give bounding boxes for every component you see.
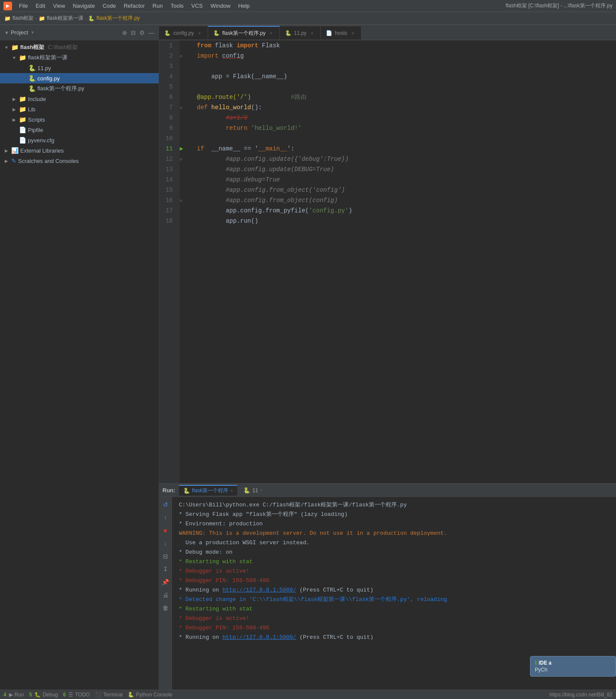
console-line-14: * Debugger PIN: 156-500-496 (179, 623, 609, 633)
settings-icon[interactable]: ⚙ (139, 29, 145, 36)
console-line-5: Use a production WSGI server instead. (179, 538, 609, 548)
run-tab-flask[interactable]: 🐍 flask第一个程序 × (179, 485, 238, 496)
tab-close-flask[interactable]: × (268, 31, 274, 36)
menu-tools[interactable]: Tools (167, 1, 187, 10)
menu-window[interactable]: Window (207, 1, 234, 10)
file-flaskpy: flask第一个程序.py (37, 85, 84, 92)
run-gutter-icon[interactable]: ▶ (180, 144, 183, 154)
ln-1: 1 (159, 40, 176, 51)
run-tab-11-icon: 🐍 (243, 487, 250, 494)
layout-button[interactable]: ⊟ (160, 551, 171, 561)
ln-6: 6 (159, 92, 176, 102)
main-layout: ▼ Project ▾ ⊕ ⊟ ⚙ — ▼ 📁 flash框架 C:\flash… (0, 25, 616, 690)
pin-button[interactable]: 📌 (160, 577, 171, 587)
stop-button[interactable]: ■ (160, 525, 171, 536)
terminal-label: Terminal (103, 692, 123, 698)
soft-wrap-button[interactable]: ↧ (160, 564, 171, 574)
terminal-status[interactable]: ⬛ Terminal (95, 692, 123, 698)
run-tab-bar: Run: 🐍 flask第一个程序 × 🐍 11 × (159, 484, 616, 497)
notification-popup[interactable]: ℹ IDE a PyCh (530, 656, 616, 677)
tree-folder-flask[interactable]: ▼ 📁 flask框架第一课 (0, 52, 159, 63)
folder-scripts: Scripts (28, 116, 45, 123)
text-icon-pyvenv: 📄 (19, 137, 26, 144)
tree-file-configpy[interactable]: 🐍 config.py (0, 73, 159, 83)
code-line-10 (197, 133, 609, 144)
tree-scratches[interactable]: ▶ ✎ Scratches and Consoles (0, 156, 159, 166)
token: ) (349, 205, 352, 216)
console-link-1[interactable]: http://127.0.0.1:5000/ (222, 587, 296, 593)
breadcrumb-folder[interactable]: 📁 flask框架第一课 (39, 15, 83, 22)
tab-close-config[interactable]: × (196, 31, 202, 36)
tree-file-pipfile[interactable]: 📄 Pipfile (0, 125, 159, 135)
tree-file-pyvenv[interactable]: 📄 pyvenv.cfg (0, 135, 159, 145)
console-line-9: * Debugger PIN: 156-500-496 (179, 576, 609, 586)
console-link-2[interactable]: http://127.0.0.1:5000/ (222, 634, 296, 641)
tree-root[interactable]: ▼ 📁 flash框架 C:\flash框架 (0, 42, 159, 52)
tree-folder-lib[interactable]: ▶ 📁 Lib (0, 104, 159, 114)
python-console-status[interactable]: 🐍 Python Console (128, 692, 172, 698)
tab-flaskpy[interactable]: 🐍 flask第一个程序.py × (208, 26, 280, 40)
token (197, 175, 226, 185)
debug-icon-status: 🐛 (34, 692, 41, 698)
tab-11py[interactable]: 🐍 11.py × (280, 26, 321, 40)
left-panel: ▼ Project ▾ ⊕ ⊟ ⚙ — ▼ 📁 flash框架 C:\flash… (0, 25, 159, 690)
run-status[interactable]: 4 ▶ Run (3, 692, 24, 698)
tree-folder-scripts[interactable]: ▶ 📁 Scripts (0, 114, 159, 125)
debug-status[interactable]: 5 🐛 Debug (29, 692, 58, 698)
add-folder-icon[interactable]: ⊕ (122, 29, 127, 36)
menu-run[interactable]: Run (149, 1, 166, 10)
menu-edit[interactable]: Edit (32, 1, 49, 10)
expand-lib: ▶ (11, 107, 17, 112)
scroll-up-button[interactable]: ↑ (160, 512, 171, 523)
console-line-12: * Restarting with stat (179, 604, 609, 614)
menu-help[interactable]: Help (235, 1, 253, 10)
window-title: flash框架 [C:\flash框架] - ...\flask第一个程序.py (506, 2, 613, 9)
run-tab-close-flask[interactable]: × (230, 488, 233, 493)
breadcrumb-root[interactable]: 📁 flash框架 (4, 15, 34, 22)
breadcrumb-file[interactable]: 🐍 flask第一个程序.py (88, 15, 140, 22)
token: ': (287, 144, 294, 154)
code-line-14: #app.debug=True (197, 175, 609, 185)
tree-folder-include[interactable]: ▶ 📁 Include (0, 94, 159, 104)
gutter-6 (180, 92, 190, 102)
print-button[interactable]: 🖨 (160, 590, 171, 600)
rerun-button[interactable]: ↺ (160, 500, 171, 510)
run-tab-close-11[interactable]: × (260, 488, 263, 493)
ln-18: 18 (159, 216, 176, 226)
token: app.config.from_pyfile( (197, 205, 309, 216)
gutter-10 (180, 133, 190, 144)
run-tab-11[interactable]: 🐍 11 × (239, 486, 267, 495)
tab-icon-hosts: 📄 (326, 30, 332, 36)
code-editor[interactable]: 1 2 3 4 5 6 7 8 9 10 11 12 13 14 15 16 1 (159, 40, 616, 483)
menu-view[interactable]: View (49, 1, 68, 10)
tree-file-11py[interactable]: 🐍 11.py (0, 63, 159, 73)
menu-navigate[interactable]: Navigate (69, 1, 98, 10)
todo-status[interactable]: 6 ☰ TODO (63, 692, 90, 698)
py-icon-11: 🐍 (28, 64, 36, 71)
tab-close-11[interactable]: × (309, 31, 315, 36)
token (197, 185, 226, 195)
token (197, 195, 226, 205)
tab-label-hosts: hosts (335, 30, 347, 36)
menu-vcs[interactable]: VCS (188, 1, 206, 10)
close-panel-icon[interactable]: — (148, 29, 154, 36)
menu-refactor[interactable]: Refactor (120, 1, 148, 10)
notif-body: PyCh (535, 667, 611, 673)
console-line-3: * Environment: production (179, 519, 609, 529)
tab-close-hosts[interactable]: × (350, 31, 356, 36)
delete-button[interactable]: 🗑 (160, 603, 171, 613)
console-line-15: * Running on http://127.0.0.1:5000/ (Pre… (179, 633, 609, 642)
code-content[interactable]: from flask import Flask import config ap… (190, 40, 616, 483)
tab-configpy[interactable]: 🐍 config.py × (159, 26, 208, 40)
status-bar: 4 ▶ Run 5 🐛 Debug 6 ☰ TODO ⬛ Terminal 🐍 … (0, 690, 616, 699)
tab-hosts[interactable]: 📄 hosts × (321, 26, 362, 40)
collapse-icon[interactable]: ⊟ (131, 29, 136, 36)
ln-4: 4 (159, 71, 176, 82)
tree-file-flaskpy[interactable]: 🐍 flask第一个程序.py (0, 83, 159, 94)
tree-external-libs[interactable]: ▶ 📊 External Libraries (0, 145, 159, 156)
menu-file[interactable]: File (15, 1, 31, 10)
menu-code[interactable]: Code (99, 1, 120, 10)
app-icon: ▶ (3, 2, 12, 10)
scroll-down-button[interactable]: ↓ (160, 538, 171, 549)
console-line-4: WARNING: This is a development server. D… (179, 529, 609, 538)
